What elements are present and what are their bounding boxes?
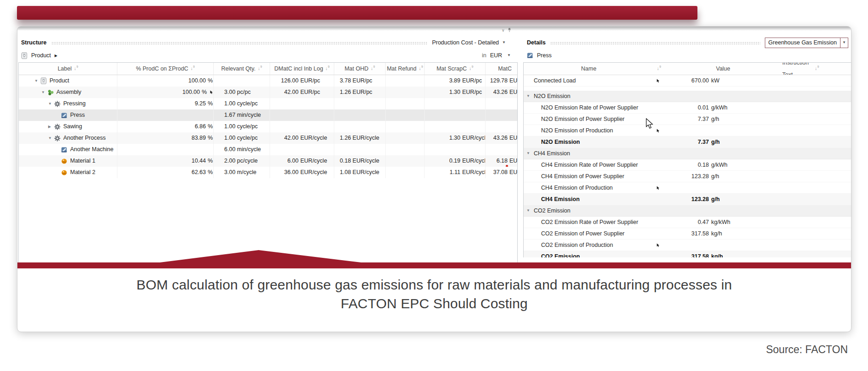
details-name: N2O Emission of Production (541, 125, 613, 136)
column-header-mat-refund[interactable]: Mat Refund↓9 (386, 63, 425, 75)
category-dropdown[interactable]: Greenhouse Gas Emission ▼ (765, 38, 848, 48)
structure-row[interactable]: ▶Sawing6.86%1.00 cycle/pc (19, 121, 517, 132)
structure-row[interactable]: ▼Product100.00%126.00EUR/pc3.78 EUR/pc3.… (19, 75, 517, 87)
details-value: 0.47 (698, 217, 709, 228)
column-header-label: Label (58, 63, 72, 75)
structure-row[interactable]: Material 262.63%3.00 m/cycle36.00EUR/cyc… (19, 167, 517, 178)
details-name: CH4 Emission (541, 194, 580, 205)
table-spacer (524, 87, 851, 91)
cell-matc-unit: EUR/cycle (509, 167, 517, 178)
screenshot-card: Structure Production Cost - Detailed ▼ P… (17, 26, 851, 332)
structure-row[interactable]: Another Machine6.00 min/cycle (19, 144, 517, 155)
details-row[interactable]: CH4 Emission123.28g/h (524, 194, 851, 205)
details-name: N2O Emission (534, 91, 570, 102)
expander-icon[interactable]: ▼ (526, 148, 532, 159)
structure-row[interactable]: Press1.67 min/cycle (19, 109, 517, 121)
column-header-dmatc-incl-inb-log[interactable]: DMatC incl Inb Log↓9 (270, 63, 334, 75)
sort-icon: ↓9 (657, 66, 661, 71)
cell-relevant-qty: 3.00 m/cycle (224, 167, 256, 178)
edit-indicator (657, 243, 660, 247)
column-header-label: DMatC incl Inb Log (274, 63, 323, 75)
cell-relevant-qty: 2.00 pc/cycle (224, 155, 258, 167)
details-value-unit: g/h (711, 194, 720, 205)
expander-icon[interactable]: ▼ (48, 132, 54, 144)
expander-icon[interactable]: ▼ (526, 91, 532, 102)
chevron-down-icon[interactable]: ∨ (502, 28, 505, 33)
panel-controls[interactable]: ∨ (502, 27, 511, 33)
expander-icon[interactable]: ▼ (48, 98, 54, 109)
row-label: Press (70, 109, 85, 121)
breadcrumb-label[interactable]: Product (31, 52, 51, 59)
row-label: Sawing (63, 121, 82, 132)
column-header-instruction-text[interactable]: Instruction Text↓9 (782, 63, 851, 75)
details-value: 123.28 (691, 171, 709, 182)
cell-matc: 129.78 (486, 75, 508, 87)
pin-icon[interactable] (508, 26, 511, 34)
cell-mat-scrapc: 0.19 (425, 155, 460, 167)
column-header-label[interactable]: Label↓9 (19, 63, 117, 75)
cell-pct: 9.25 (195, 98, 206, 109)
currency-selector[interactable]: EUR (490, 52, 502, 59)
details-row[interactable]: CH4 Emission Rate of Power Supplier0.18g… (524, 159, 851, 171)
details-row[interactable]: CH4 Emission of Production (524, 182, 851, 194)
details-row[interactable]: CO2 Emission of Power Supplier317.58kg/h (524, 228, 851, 240)
cell-pct-unit: % (208, 98, 213, 109)
column-header-mat-scrapc[interactable]: Mat ScrapC↓9 (425, 63, 486, 75)
row-label: Another Process (63, 132, 105, 144)
column-header-matc[interactable]: MatC (486, 63, 517, 75)
chevron-down-icon: ▼ (842, 41, 846, 44)
machine-icon (61, 112, 69, 119)
details-value: 7.37 (698, 114, 709, 125)
view-dropdown[interactable]: Production Cost - Detailed ▼ (432, 39, 506, 46)
details-object-row: Press (523, 50, 851, 60)
expander-icon[interactable]: ▶ (48, 121, 54, 132)
category-dropdown-label: Greenhouse Gas Emission (765, 39, 840, 46)
category-dropdown-button[interactable]: ▼ (840, 38, 848, 48)
cell-dmatc-unit: EUR/cycle (300, 132, 327, 144)
cell-pct: 83.89 (192, 132, 206, 144)
details-row[interactable]: N2O Emission of Power Supplier7.37g/h (524, 114, 851, 125)
structure-row[interactable]: ▼Pressing9.25%1.00 cycle/pc (19, 98, 517, 109)
details-row[interactable]: ▼N2O Emission (524, 91, 851, 102)
details-row[interactable]: CH4 Emission of Power Supplier123.28g/h (524, 171, 851, 182)
column-header-name[interactable]: Name (524, 63, 654, 75)
details-row[interactable]: N2O Emission of Production (524, 125, 851, 136)
details-row[interactable]: CO2 Emission Rate of Power Supplier0.47k… (524, 217, 851, 228)
row-label: Assembly (56, 87, 81, 98)
column-header-value[interactable]: Value (664, 63, 782, 75)
cell-mat-scrapc: 1.30 (425, 132, 460, 144)
details-row[interactable]: N2O Emission7.37g/h (524, 136, 851, 148)
column-header-mat-ohd[interactable]: Mat OHD↓9 (334, 63, 386, 75)
details-row[interactable]: CO2 Emission of Production (524, 240, 851, 251)
cell-dmatc-unit: EUR/cycle (300, 167, 327, 178)
details-row[interactable]: Connected Load670.00kW (524, 75, 851, 87)
top-accent-bar (17, 6, 697, 20)
column-header-relevant-qty[interactable]: Relevant Qty.↓9 (214, 63, 270, 75)
details-value: 670.00 (691, 75, 709, 86)
details-row[interactable]: ▼CH4 Emission (524, 148, 851, 159)
cell-dmatc: 36.00 (270, 167, 299, 178)
cell-mat-scrapc: 1.11 (425, 167, 460, 178)
details-row[interactable]: ▼CO2 Emission (524, 205, 851, 217)
sort-icon: ↓9 (74, 66, 78, 71)
structure-row[interactable]: Material 110.44%2.00 pc/cycle6.00EUR/cyc… (19, 155, 517, 167)
column-header-prodc-on-prodc[interactable]: % ProdC on ΣProdC↓9 (117, 63, 214, 75)
expander-icon[interactable]: ▼ (526, 205, 532, 216)
sort-icon: ↓9 (370, 66, 375, 71)
gear-icon (54, 123, 62, 131)
expander-icon[interactable]: ▼ (34, 75, 40, 87)
details-name: N2O Emission of Power Supplier (541, 114, 625, 125)
chevron-down-icon[interactable]: ▼ (507, 54, 511, 57)
cell-relevant-qty: 1.00 cycle/pc (224, 132, 258, 144)
details-row[interactable]: N2O Emission Rate of Power Supplier0.01g… (524, 102, 851, 114)
cell-matc-unit: EUR/cycle (509, 155, 517, 167)
details-row[interactable]: CO2 Emission317.58kg/h (524, 251, 851, 257)
gear-icon (54, 100, 62, 108)
structure-row[interactable]: ▼Another Process83.89%1.00 cycle/pc42.00… (19, 132, 517, 144)
column-header-name-sort[interactable]: ↓9 (654, 63, 664, 75)
edit-indicator (657, 186, 660, 190)
column-header-label: Mat ScrapC (437, 63, 467, 75)
structure-row[interactable]: ▼Assembly100.00%3.00 pc/pc42.00EUR/pc1.2… (19, 87, 517, 98)
cell-mat-ohd: 1.26 EUR/pc (340, 87, 372, 98)
expander-icon[interactable]: ▼ (41, 87, 47, 98)
